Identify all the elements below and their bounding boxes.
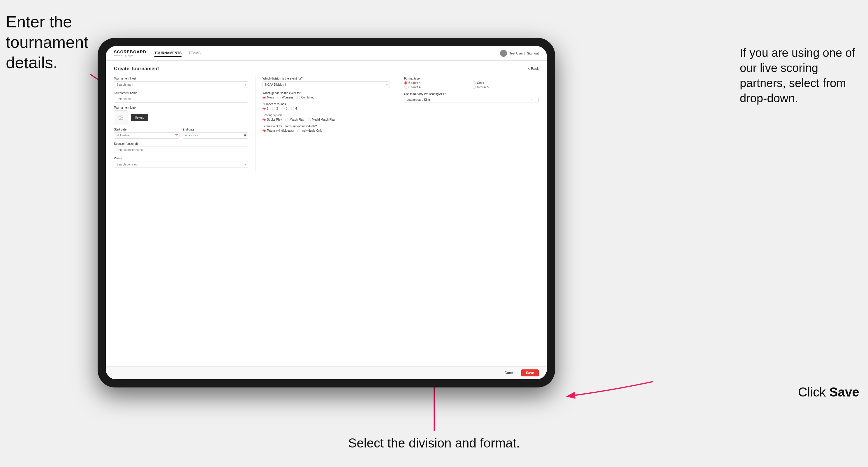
start-date-group: Start date 📅 [114, 128, 180, 139]
logo-title: SCOREBOARD [114, 50, 146, 54]
venue-input[interactable] [114, 161, 248, 168]
division-select-wrapper: NCAA Division I ▾ [262, 81, 390, 88]
gender-combined[interactable]: Combined [297, 96, 315, 99]
format-group: Format type 5 count 4 Other [404, 77, 539, 89]
individuals-only[interactable]: Individuals Only [297, 129, 322, 132]
tournament-logo-group: Tournament logo Upload [114, 106, 248, 124]
app-logo: SCOREBOARD Powered by clippit [114, 50, 146, 57]
radio-5count4 [404, 81, 407, 85]
round-2[interactable]: 2 [272, 107, 278, 110]
teams-plus-individuals[interactable]: Teams (+Individuals) [262, 129, 294, 132]
form-col-1: Tournament Host ▾ Tournament name Tourna [114, 77, 255, 171]
rounds-options: 1 2 3 4 [262, 107, 390, 110]
tablet-device: SCOREBOARD Powered by clippit TOURNAMENT… [98, 38, 555, 387]
radio-round-4 [291, 107, 294, 110]
form-col-3: Format type 5 count 4 Other [397, 77, 539, 171]
upload-button[interactable]: Upload [131, 114, 148, 121]
gender-womens[interactable]: Womens [277, 96, 293, 99]
scoring-medal-match[interactable]: Medal Match Play [308, 118, 335, 121]
radio-womens [277, 96, 281, 99]
back-link[interactable]: < Back [528, 67, 539, 71]
scoring-options: Stroke Play Match Play Medal Match Play [262, 118, 390, 121]
live-scoring-label: Use third-party live scoring API? [404, 92, 539, 96]
end-date-group: End date 📅 [183, 128, 249, 139]
end-date-label: End date [183, 128, 249, 131]
nav-username: Test User | [509, 52, 524, 55]
save-button[interactable]: Save [521, 369, 539, 376]
logo-subtitle: Powered by clippit [114, 54, 146, 57]
radio-other [473, 81, 476, 85]
radio-individuals [297, 129, 301, 132]
form-grid: Tournament Host ▾ Tournament name Tourna [114, 77, 539, 171]
gender-mens[interactable]: Mens [262, 96, 274, 99]
radio-round-1 [262, 107, 266, 110]
venue-input-wrapper: ▾ [114, 161, 248, 168]
scoring-match[interactable]: Match Play [285, 118, 304, 121]
nav-user-area: Test User | Sign out [500, 50, 539, 57]
rounds-label: Number of rounds [262, 102, 390, 106]
live-scoring-expand-icon[interactable]: ⋮ [533, 98, 536, 101]
gender-label: Which gender is the event for? [262, 91, 390, 95]
tournament-logo-label: Tournament logo [114, 106, 248, 109]
svg-point-1 [120, 116, 121, 117]
navigation-bar: SCOREBOARD Powered by clippit TOURNAMENT… [106, 46, 547, 61]
page-title: Create Tournament [114, 66, 159, 72]
division-select[interactable]: NCAA Division I [262, 81, 390, 88]
logo-placeholder [114, 111, 128, 124]
format-6count4[interactable]: 6 count 4 [404, 86, 470, 89]
radio-combined [297, 96, 300, 99]
nav-signout[interactable]: Sign out [527, 52, 539, 55]
gender-options: Mens Womens Combined [262, 96, 390, 99]
end-date-input[interactable] [183, 132, 249, 139]
start-date-input[interactable] [114, 132, 180, 139]
annotation-bottom-center: Select the division and format. [348, 435, 520, 451]
annotation-bottom-right: Click Save [798, 384, 859, 400]
tournament-host-input[interactable] [114, 81, 248, 88]
radio-6count4 [404, 86, 407, 89]
live-scoring-clear-icon[interactable]: ✕ [530, 98, 533, 101]
image-icon [118, 115, 124, 120]
radio-round-3 [281, 107, 285, 110]
tab-teams[interactable]: TEAMS [188, 50, 200, 57]
annotation-top-right: If you are using one of our live scoring… [740, 45, 862, 106]
teams-group: Is this event for Teams and/or Individua… [262, 125, 390, 132]
format-5count4[interactable]: 5 count 4 [404, 81, 470, 85]
teams-label: Is this event for Teams and/or Individua… [262, 125, 390, 128]
format-6count5[interactable]: 6 count 5 [473, 86, 539, 89]
main-content: Create Tournament < Back Tournament Host… [106, 61, 547, 379]
cancel-button[interactable]: Cancel [502, 369, 518, 376]
tournament-host-input-wrapper: ▾ [114, 81, 248, 88]
nav-avatar [500, 50, 507, 57]
live-scoring-input-wrapper[interactable]: Leaderboard King ✕ ⋮ [404, 97, 539, 103]
annotation-top-right-text: If you are using one of our live scoring… [740, 46, 855, 104]
live-scoring-group: Use third-party live scoring API? Leader… [404, 92, 539, 103]
radio-match [285, 118, 288, 121]
logo-upload-area: Upload [114, 111, 248, 124]
scoring-stroke[interactable]: Stroke Play [262, 118, 282, 121]
tournament-name-input[interactable] [114, 96, 248, 102]
annotation-save-bold: Save [829, 385, 859, 399]
round-1[interactable]: 1 [262, 107, 269, 110]
rounds-group: Number of rounds 1 2 [262, 102, 390, 110]
tournament-host-label: Tournament Host [114, 77, 248, 80]
tablet-screen: SCOREBOARD Powered by clippit TOURNAMENT… [106, 46, 547, 379]
tab-tournaments[interactable]: TOURNAMENTS [154, 50, 182, 57]
round-4[interactable]: 4 [291, 107, 297, 110]
start-date-label: Start date [114, 128, 180, 131]
scoring-group: Scoring system Stroke Play Match Play [262, 114, 390, 121]
radio-mens [262, 96, 266, 99]
radio-round-2 [272, 107, 275, 110]
sponsor-label: Sponsor (optional) [114, 142, 248, 145]
gender-group: Which gender is the event for? Mens Wome [262, 91, 390, 99]
nav-tabs: TOURNAMENTS TEAMS [154, 50, 492, 57]
radio-medal-match [308, 118, 311, 121]
date-row: Start date 📅 End date 📅 [114, 128, 248, 139]
round-3[interactable]: 3 [281, 107, 287, 110]
teams-options: Teams (+Individuals) Individuals Only [262, 129, 390, 132]
division-group: Which division is the event for? NCAA Di… [262, 77, 390, 88]
radio-teams [262, 129, 266, 132]
format-other[interactable]: Other [473, 81, 539, 85]
sponsor-input[interactable] [114, 147, 248, 153]
annotation-bottom-center-text: Select the division and format. [348, 436, 520, 450]
calendar-icon-end: 📅 [243, 134, 247, 137]
